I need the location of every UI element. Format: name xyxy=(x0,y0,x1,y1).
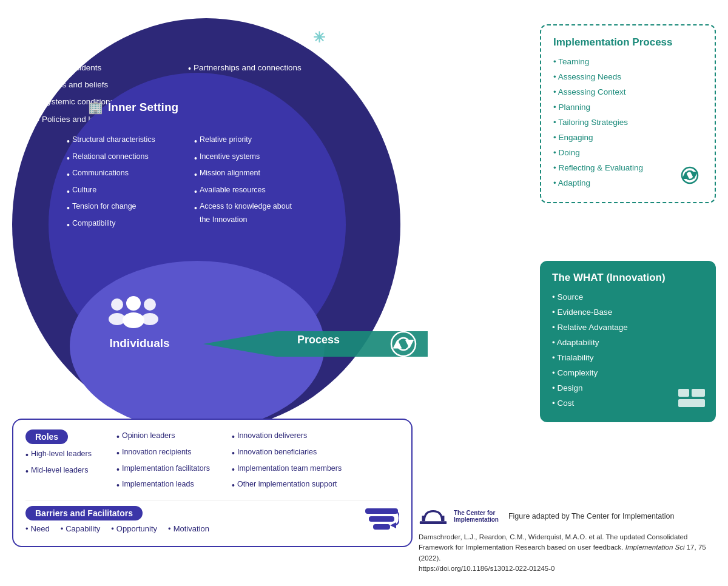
svg-rect-11 xyxy=(678,399,705,407)
building-icon: 🏢 xyxy=(88,100,103,115)
outer-item-2: •Values and beliefs xyxy=(36,78,114,93)
individuals-box: Roles •High-level leaders •Mid-level lea… xyxy=(12,419,413,547)
svg-rect-9 xyxy=(678,389,689,397)
center-impl-logo: The Center for Implementation Figure ada… xyxy=(419,505,716,527)
ind-col3: •Innovation deliverers •Innovation benef… xyxy=(232,429,342,494)
what-item-3: Relative Advantage xyxy=(552,320,704,335)
figure-adapted: Figure adapted by The Center for Impleme… xyxy=(508,512,675,520)
impl-item-1: Teaming xyxy=(553,55,703,70)
svg-rect-15 xyxy=(420,521,447,524)
svg-rect-10 xyxy=(692,389,705,397)
roles-section: Roles •High-level leaders •Mid-level lea… xyxy=(25,429,104,480)
impl-item-3: Assessing Context xyxy=(553,85,703,100)
what-innovation-box: The WHAT (Innovation) Source Evidence-Ba… xyxy=(540,261,716,422)
people-icon xyxy=(106,296,161,334)
svg-rect-14 xyxy=(373,524,390,530)
svg-point-2 xyxy=(144,298,156,311)
process-arrow-area: Process xyxy=(203,325,428,365)
svg-point-8 xyxy=(682,167,698,183)
what-item-6: Complexity xyxy=(552,366,704,381)
outer-item-1: •Critical incidents xyxy=(36,61,114,76)
ind-col2: •Opinion leaders •Innovation recipients … xyxy=(116,429,220,494)
impl-item-5: Tailoring Strategies xyxy=(553,115,703,130)
filter-icon xyxy=(364,506,399,536)
blocks-icon xyxy=(678,389,705,413)
logo-line1: The Center for xyxy=(454,510,499,516)
main-container: ✳ Outer Setting •Critical incidents •Val… xyxy=(0,0,728,586)
svg-point-0 xyxy=(111,298,123,311)
impl-item-6: Engaging xyxy=(553,130,703,146)
what-innovation-title: The WHAT (Innovation) xyxy=(552,272,704,284)
inner-setting-right-items: •Relative priority •Incentive systems •M… xyxy=(194,133,303,228)
individuals-title: Individuals xyxy=(109,337,169,350)
impl-item-2: Assessing Needs xyxy=(553,70,703,85)
inner-setting-left-items: •Structural characteristics •Relational … xyxy=(67,133,155,234)
citation-text: Damschroder, L.J., Reardon, C.M., Widerq… xyxy=(419,532,716,574)
svg-point-4 xyxy=(126,296,141,311)
what-item-4: Adaptability xyxy=(552,335,704,351)
what-item-5: Trialability xyxy=(552,351,704,366)
implementation-process-title: Implementation Process xyxy=(553,36,703,49)
svg-rect-12 xyxy=(365,508,398,514)
snowflake-icon: ✳ xyxy=(313,29,325,46)
logo-line2: Implementation xyxy=(454,516,499,523)
roles-badge: Roles xyxy=(25,429,68,444)
process-label: Process xyxy=(297,334,340,346)
what-item-1: Source xyxy=(552,290,704,305)
outer-setting-title: ✳ Outer Setting xyxy=(313,29,414,46)
svg-point-5 xyxy=(123,312,144,328)
svg-rect-13 xyxy=(369,516,394,522)
inner-setting-title: 🏢 Inner Setting xyxy=(88,100,178,115)
implementation-process-box: Implementation Process Teaming Assessing… xyxy=(540,24,716,203)
svg-rect-17 xyxy=(442,516,445,521)
barriers-items: • Need • Capability • Opportunity • Moti… xyxy=(25,524,209,533)
citation-area: The Center for Implementation Figure ada… xyxy=(419,505,716,574)
impl-item-4: Planning xyxy=(553,100,703,115)
what-item-2: Evidence-Base xyxy=(552,305,704,320)
cycle-icon xyxy=(679,165,700,190)
svg-rect-16 xyxy=(422,516,425,521)
barriers-badge: Barriers and Facilitators xyxy=(25,506,143,520)
barriers-section: Barriers and Facilitators • Need • Capab… xyxy=(25,500,399,536)
impl-item-7: Doing xyxy=(553,146,703,161)
